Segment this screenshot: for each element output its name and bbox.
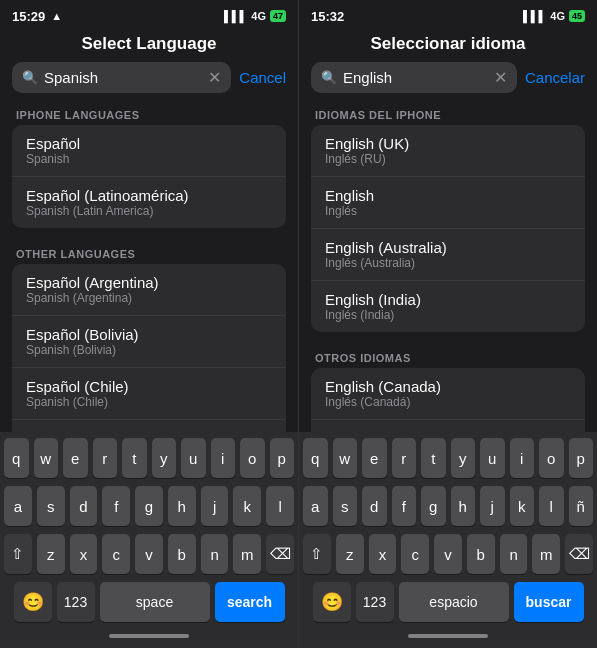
key-j-left[interactable]: j: [201, 486, 229, 526]
key-c-right[interactable]: c: [401, 534, 429, 574]
key-z-right[interactable]: z: [336, 534, 364, 574]
cancel-button-right[interactable]: Cancelar: [525, 69, 585, 86]
key-b-right[interactable]: b: [467, 534, 495, 574]
search-value-left: Spanish: [44, 69, 202, 86]
list-item[interactable]: Español Spanish: [12, 125, 286, 177]
list-item[interactable]: English Inglés: [311, 177, 585, 229]
clear-button-left[interactable]: ✕: [208, 68, 221, 87]
key-u-left[interactable]: u: [181, 438, 206, 478]
key-m-left[interactable]: m: [233, 534, 261, 574]
key-w-right[interactable]: w: [333, 438, 358, 478]
key-o-right[interactable]: o: [539, 438, 564, 478]
key-q-right[interactable]: q: [303, 438, 328, 478]
key-d-left[interactable]: d: [70, 486, 98, 526]
key-n-left[interactable]: n: [201, 534, 229, 574]
cancel-button-left[interactable]: Cancel: [239, 69, 286, 86]
key-s-right[interactable]: s: [333, 486, 358, 526]
key-row-3-right: ⇧ z x c v b n m ⌫: [303, 534, 593, 574]
key-y-right[interactable]: y: [451, 438, 476, 478]
key-p-left[interactable]: p: [270, 438, 295, 478]
emoji-key-right[interactable]: 😊: [313, 582, 351, 622]
key-u-right[interactable]: u: [480, 438, 505, 478]
num-key-left[interactable]: 123: [57, 582, 95, 622]
keyboard-right: q w e r t y u i o p a s d f g h j k l ñ …: [299, 432, 597, 648]
key-r-left[interactable]: r: [93, 438, 118, 478]
key-w-left[interactable]: w: [34, 438, 59, 478]
key-f-right[interactable]: f: [392, 486, 417, 526]
section-header-iphone-langs: IPHONE LANGUAGES: [0, 101, 298, 125]
key-n-tilde-right[interactable]: ñ: [569, 486, 594, 526]
key-h-right[interactable]: h: [451, 486, 476, 526]
list-item[interactable]: English (UK) Inglés (RU): [311, 125, 585, 177]
key-x-left[interactable]: x: [70, 534, 98, 574]
key-o-left[interactable]: o: [240, 438, 265, 478]
status-time-right: 15:32: [311, 9, 344, 24]
nav-title-right: Seleccionar idioma: [299, 28, 597, 62]
list-item[interactable]: English (Australia) Inglés (Australia): [311, 229, 585, 281]
key-p-right[interactable]: p: [569, 438, 594, 478]
delete-key-left[interactable]: ⌫: [266, 534, 294, 574]
list-item[interactable]: Español (Bolivia) Spanish (Bolivia): [12, 316, 286, 368]
battery-left: 47: [270, 10, 286, 22]
key-g-left[interactable]: g: [135, 486, 163, 526]
list-item[interactable]: English (US) Inglés EE. UU.): [311, 420, 585, 432]
key-e-left[interactable]: e: [63, 438, 88, 478]
right-panel: 15:32 ▌▌▌ 4G 45 Seleccionar idioma 🔍 Eng…: [299, 0, 597, 648]
delete-key-right[interactable]: ⌫: [565, 534, 593, 574]
emoji-key-left[interactable]: 😊: [14, 582, 52, 622]
key-m-right[interactable]: m: [532, 534, 560, 574]
network-left: 4G: [251, 10, 266, 22]
key-e-right[interactable]: e: [362, 438, 387, 478]
list-item[interactable]: English (Canada) Inglés (Canadá): [311, 368, 585, 420]
key-k-right[interactable]: k: [510, 486, 535, 526]
key-s-left[interactable]: s: [37, 486, 65, 526]
key-v-left[interactable]: v: [135, 534, 163, 574]
key-t-left[interactable]: t: [122, 438, 147, 478]
key-c-left[interactable]: c: [102, 534, 130, 574]
list-item[interactable]: Español (Argentina) Spanish (Argentina): [12, 264, 286, 316]
key-j-right[interactable]: j: [480, 486, 505, 526]
key-r-right[interactable]: r: [392, 438, 417, 478]
key-y-left[interactable]: y: [152, 438, 177, 478]
key-h-left[interactable]: h: [168, 486, 196, 526]
key-i-left[interactable]: i: [211, 438, 236, 478]
key-a-left[interactable]: a: [4, 486, 32, 526]
key-v-right[interactable]: v: [434, 534, 462, 574]
key-g-right[interactable]: g: [421, 486, 446, 526]
key-x-right[interactable]: x: [369, 534, 397, 574]
key-f-left[interactable]: f: [102, 486, 130, 526]
space-key-left[interactable]: space: [100, 582, 210, 622]
key-i-right[interactable]: i: [510, 438, 535, 478]
shift-key-left[interactable]: ⇧: [4, 534, 32, 574]
key-l-right[interactable]: l: [539, 486, 564, 526]
search-icon-left: 🔍: [22, 70, 38, 85]
list-item[interactable]: Español (Latinoamérica) Spanish (Latin A…: [12, 177, 286, 228]
key-z-left[interactable]: z: [37, 534, 65, 574]
key-a-right[interactable]: a: [303, 486, 328, 526]
time-left: 15:29: [12, 9, 45, 24]
search-bar-left: 🔍 Spanish ✕ Cancel: [0, 62, 298, 93]
list-item[interactable]: Español (Colombia) Spanish (Colombia): [12, 420, 286, 432]
search-key-right[interactable]: buscar: [514, 582, 584, 622]
key-row-4-right: 😊 123 espacio buscar: [303, 582, 593, 622]
battery-right: 45: [569, 10, 585, 22]
key-row-4-left: 😊 123 space search: [4, 582, 294, 622]
search-input-wrapper-right[interactable]: 🔍 English ✕: [311, 62, 517, 93]
key-n-right[interactable]: n: [500, 534, 528, 574]
key-row-1-left: q w e r t y u i o p: [4, 438, 294, 478]
key-d-right[interactable]: d: [362, 486, 387, 526]
key-b-left[interactable]: b: [168, 534, 196, 574]
key-q-left[interactable]: q: [4, 438, 29, 478]
num-key-right[interactable]: 123: [356, 582, 394, 622]
search-icon-right: 🔍: [321, 70, 337, 85]
space-key-right[interactable]: espacio: [399, 582, 509, 622]
search-input-wrapper-left[interactable]: 🔍 Spanish ✕: [12, 62, 231, 93]
list-item[interactable]: Español (Chile) Spanish (Chile): [12, 368, 286, 420]
search-key-left[interactable]: search: [215, 582, 285, 622]
key-l-left[interactable]: l: [266, 486, 294, 526]
key-t-right[interactable]: t: [421, 438, 446, 478]
shift-key-right[interactable]: ⇧: [303, 534, 331, 574]
clear-button-right[interactable]: ✕: [494, 68, 507, 87]
key-k-left[interactable]: k: [233, 486, 261, 526]
list-item[interactable]: English (India) Inglés (India): [311, 281, 585, 332]
